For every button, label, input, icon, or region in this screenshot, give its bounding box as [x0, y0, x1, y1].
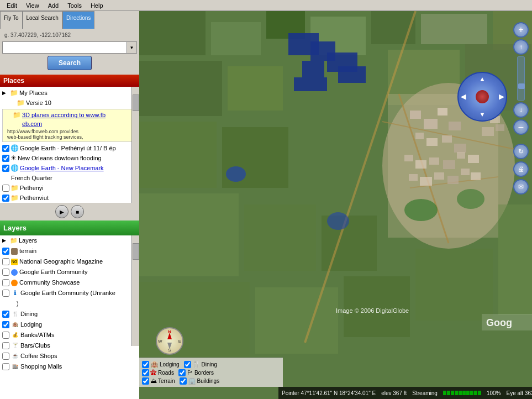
lodging-icon: 🏨: [11, 321, 19, 329]
lodging-ctrl: 🏨 Lodging: [142, 360, 180, 368]
svg-rect-36: [468, 155, 479, 163]
svg-rect-12: [338, 66, 366, 83]
layer-checkbox[interactable]: [2, 353, 9, 360]
ctrl-row-1: 🏨 Lodging 🍴 Dining: [142, 360, 280, 368]
map-area[interactable]: Image © 2006 DigitalGlobe Goog N S E W +…: [139, 11, 532, 399]
compass[interactable]: N S E W: [156, 327, 183, 355]
place-checkbox[interactable]: [2, 145, 9, 152]
tab-search[interactable]: Fly To: [0, 11, 23, 29]
tab-local-search[interactable]: Local Search: [23, 11, 62, 29]
nav-right-arrow[interactable]: ▶: [499, 93, 504, 101]
terrain-icon: [11, 248, 18, 255]
coord-display: g. 37.407229, -122.107162: [2, 31, 137, 39]
svg-rect-1: [139, 11, 206, 55]
status-bar: Pointer 47°11'42.61" N 18°24'34.01" E el…: [278, 387, 532, 399]
map-controls: + ↑ ↓ –: [513, 22, 529, 135]
place-checkbox[interactable]: [2, 195, 9, 202]
svg-rect-13: [294, 77, 327, 91]
list-item: NG National Geographic Magazine: [0, 256, 139, 267]
navigation-ring[interactable]: ▲ ▼ ◀ ▶: [457, 72, 507, 122]
buildings-ctrl: 🏢 Buildings: [180, 377, 220, 385]
email-button[interactable]: ✉: [513, 179, 529, 195]
terrain-ctrl: ⛰ Terrain: [142, 377, 175, 385]
mall-icon: 🏬: [11, 363, 19, 371]
place-checkbox[interactable]: [2, 185, 9, 192]
layer-checkbox[interactable]: [2, 248, 9, 255]
svg-point-60: [226, 166, 246, 182]
dining-toggle[interactable]: [184, 361, 191, 368]
svg-rect-39: [434, 172, 444, 180]
utility-buttons: ↻ 🖨 ✉: [513, 144, 529, 195]
svg-rect-41: [461, 169, 470, 175]
scroll-thumb[interactable]: [133, 95, 139, 111]
layer-checkbox[interactable]: [2, 321, 9, 328]
svg-rect-31: [404, 155, 413, 161]
layer-checkbox[interactable]: [2, 311, 9, 318]
scroll-thumb[interactable]: [133, 243, 139, 260]
nav-up-arrow[interactable]: ▲: [479, 75, 486, 83]
svg-rect-49: [139, 122, 217, 188]
layer-checkbox[interactable]: [2, 332, 9, 339]
zoom-track[interactable]: [517, 56, 525, 101]
tilt-down-button[interactable]: ↓: [513, 102, 529, 118]
layers-scrollbar[interactable]: [131, 235, 139, 346]
menu-view[interactable]: View: [22, 1, 44, 10]
svg-rect-35: [457, 152, 465, 159]
places-header: Places: [0, 75, 139, 87]
search-input[interactable]: [2, 41, 127, 54]
streaming-pct: 100%: [487, 390, 501, 396]
print-button[interactable]: 🖨: [513, 161, 529, 177]
menu-tools[interactable]: Tools: [63, 1, 86, 10]
layer-checkbox[interactable]: [2, 363, 9, 370]
layer-checkbox[interactable]: [2, 258, 9, 265]
list-item: 📁 Versie 10: [0, 98, 139, 108]
layer-checkbox[interactable]: [2, 279, 9, 286]
list-item: ℹ Google Earth Community (Unranke: [0, 288, 139, 298]
stop-button[interactable]: ■: [71, 205, 84, 218]
svg-rect-27: [415, 133, 424, 139]
list-item: 📁 Pethenyi: [0, 183, 139, 193]
lodging-toggle[interactable]: [142, 361, 149, 368]
place-checkbox[interactable]: [2, 165, 9, 172]
nav-center[interactable]: [476, 90, 489, 103]
nav-left-arrow[interactable]: ◀: [461, 93, 466, 101]
zoom-out-button[interactable]: –: [513, 119, 529, 135]
layer-checkbox[interactable]: [2, 290, 9, 297]
svg-rect-34: [443, 160, 455, 169]
bar-icon: 🍸: [11, 342, 19, 350]
layer-checkbox[interactable]: [2, 269, 9, 276]
place-checkbox[interactable]: [2, 155, 9, 162]
rotate-button[interactable]: ↻: [513, 144, 529, 159]
places-list: ▶ 📁 My Places 📁 Versie 10 📁 3D planes ac…: [0, 87, 139, 203]
menu-help[interactable]: Help: [86, 1, 108, 10]
menu-edit[interactable]: Edit: [2, 1, 22, 10]
list-item: 📁 Pethenviut: [0, 193, 139, 203]
dining-ctrl: 🍴 Dining: [184, 360, 217, 368]
roads-toggle[interactable]: [142, 369, 149, 376]
svg-rect-6: [421, 14, 487, 44]
dining-icon: 🍴: [11, 311, 19, 318]
places-scrollbar[interactable]: [131, 87, 139, 203]
dropdown-button[interactable]: ▼: [127, 41, 137, 54]
svg-rect-37: [409, 174, 418, 181]
buildings-toggle[interactable]: [180, 377, 187, 385]
zoom-handle[interactable]: [518, 83, 525, 89]
search-button[interactable]: Search: [48, 56, 92, 70]
bottom-layer-controls: 🏨 Lodging 🍴 Dining 🛣 Roads 🏳: [139, 358, 283, 387]
borders-toggle[interactable]: [178, 369, 186, 376]
layer-checkbox[interactable]: [2, 342, 9, 349]
zoom-in-button[interactable]: +: [513, 22, 529, 38]
compass-needle-south: [167, 343, 172, 349]
community-icon: [11, 269, 18, 276]
streaming-label: Streaming: [412, 390, 438, 396]
svg-rect-46: [496, 124, 504, 131]
nav-down-arrow[interactable]: ▼: [479, 111, 486, 118]
menu-add[interactable]: Add: [44, 1, 64, 10]
svg-rect-30: [454, 144, 466, 153]
player-controls: ▶ ■: [0, 203, 139, 221]
list-item: 📁 3D planes according to www.fbeb.com: [5, 111, 134, 128]
tab-directions[interactable]: Directions: [62, 11, 94, 29]
terrain-toggle[interactable]: [142, 377, 149, 385]
play-button[interactable]: ▶: [55, 205, 69, 218]
tilt-up-button[interactable]: ↑: [513, 39, 529, 55]
